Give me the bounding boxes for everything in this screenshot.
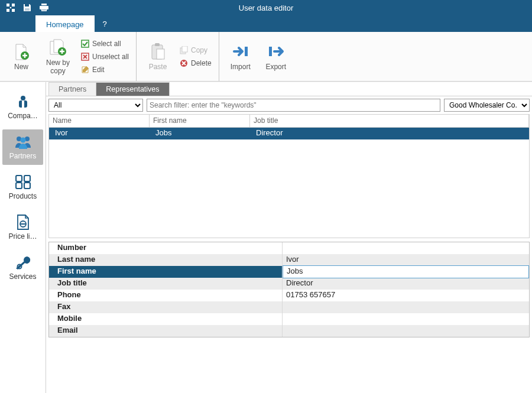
ribbon-tabstrip: Homepage ? [0, 15, 532, 32]
ribbon-group-io: Import Export [219, 32, 297, 81]
new-copy-icon [48, 38, 68, 58]
filter-scope-select[interactable]: All [48, 99, 143, 112]
filter-bar: All Good Wholesaler Co., T… [46, 96, 532, 114]
svg-point-4 [10, 7, 12, 9]
subtab-representatives[interactable]: Representatives [96, 82, 169, 96]
paste-label: Paste [149, 63, 167, 71]
import-label: Import [231, 63, 251, 71]
print-icon[interactable] [39, 3, 48, 12]
property-label: Phone [49, 290, 283, 301]
svg-rect-34 [21, 223, 25, 225]
products-label: Products [9, 192, 37, 200]
property-row[interactable]: Email [49, 325, 529, 337]
new-label: New [14, 63, 28, 71]
products-icon [14, 173, 33, 191]
grid-header: Name First name Job title [49, 115, 529, 128]
partners-icon [14, 133, 33, 151]
delete-button[interactable]: Delete [178, 58, 213, 69]
svg-point-28 [20, 138, 25, 143]
ribbon-copy-list: Copy Delete [178, 45, 213, 69]
price-lists-label: Price li… [8, 232, 37, 241]
property-value[interactable] [283, 325, 529, 337]
app-icon[interactable] [6, 3, 15, 12]
copy-button[interactable]: Copy [178, 45, 213, 56]
property-label: Last name [49, 254, 283, 266]
ribbon-select-list: Select all Unselect all Edit [79, 38, 130, 75]
svg-rect-2 [7, 9, 9, 12]
save-icon[interactable] [22, 3, 32, 12]
property-value[interactable]: 01753 657657 [283, 290, 529, 301]
cell-job-title: Director [250, 128, 529, 139]
sidenav-companies[interactable]: Compa… [2, 89, 43, 125]
col-job-title[interactable]: Job title [250, 115, 529, 127]
export-button[interactable]: Export [261, 35, 291, 79]
sidenav-products[interactable]: Products [2, 170, 43, 205]
sidenav-services[interactable]: Services [2, 250, 43, 285]
cell-name: Ivor [49, 128, 150, 139]
svg-rect-19 [182, 46, 187, 52]
svg-rect-16 [155, 43, 160, 46]
svg-rect-17 [157, 49, 164, 59]
table-row[interactable]: IvorJobsDirector [49, 128, 529, 139]
unselect-all-button[interactable]: Unselect all [79, 51, 130, 62]
copy-icon [179, 46, 189, 55]
import-button[interactable]: Import [225, 35, 256, 79]
services-label: Services [9, 272, 36, 281]
tab-homepage[interactable]: Homepage [35, 15, 95, 32]
property-value[interactable]: Jobs [283, 265, 529, 278]
property-row[interactable]: Mobile [49, 313, 529, 325]
svg-rect-6 [25, 8, 30, 11]
sidenav: Compa… Partners Products Price li… Servi… [0, 82, 46, 393]
svg-rect-3 [12, 9, 15, 12]
property-row[interactable]: First nameJobs [49, 266, 529, 278]
property-row[interactable]: Last nameIvor [49, 254, 529, 266]
col-name[interactable]: Name [49, 115, 150, 127]
partners-label: Partners [9, 152, 36, 160]
edit-button[interactable]: Edit [79, 64, 130, 75]
svg-rect-32 [24, 183, 30, 189]
export-label: Export [265, 63, 286, 71]
property-label: Email [49, 325, 283, 337]
ribbon-group-clipboard: Paste Copy Delete [137, 32, 219, 81]
select-all-button[interactable]: Select all [79, 38, 130, 49]
property-sheet: NumberLast nameIvorFirst nameJobsJob tit… [48, 242, 530, 337]
delete-label: Delete [191, 59, 212, 67]
property-value[interactable] [283, 242, 529, 254]
sidenav-partners[interactable]: Partners [2, 129, 43, 165]
property-label: Job title [49, 278, 283, 290]
svg-rect-0 [7, 4, 9, 7]
property-row[interactable]: Fax [49, 301, 529, 313]
property-value[interactable]: Ivor [283, 254, 529, 266]
sidenav-price-lists[interactable]: Price li… [2, 210, 43, 245]
svg-rect-13 [82, 40, 89, 47]
property-row[interactable]: Number [49, 242, 529, 254]
svg-rect-10 [42, 10, 46, 11]
price-lists-icon [14, 213, 33, 231]
property-label: First name [49, 266, 283, 278]
property-row[interactable]: Job titleDirector [49, 278, 529, 290]
unselect-all-label: Unselect all [92, 53, 129, 61]
property-row[interactable]: Phone01753 657657 [49, 290, 529, 301]
window-title: User data editor [239, 4, 294, 12]
cell-first-name: Jobs [150, 128, 250, 139]
svg-rect-7 [41, 4, 47, 5]
select-all-icon [80, 39, 90, 48]
data-grid[interactable]: Name First name Job title IvorJobsDirect… [48, 114, 530, 238]
company-select[interactable]: Good Wholesaler Co., T… [444, 99, 530, 112]
property-label: Number [49, 242, 283, 254]
col-first-name[interactable]: First name [150, 115, 250, 127]
new-by-copy-button[interactable]: New by copy [41, 35, 74, 79]
new-button[interactable]: New [6, 35, 37, 79]
search-input[interactable] [147, 99, 440, 112]
body: Compa… Partners Products Price li… Servi… [0, 82, 532, 393]
file-tab-placeholder[interactable] [0, 15, 35, 32]
edit-label: Edit [92, 66, 105, 74]
tab-help[interactable]: ? [95, 15, 115, 32]
svg-rect-1 [12, 4, 15, 7]
subtab-partners[interactable]: Partners [48, 82, 96, 96]
property-value[interactable]: Director [283, 278, 529, 290]
property-value[interactable] [283, 301, 529, 313]
edit-icon [80, 65, 90, 74]
property-value[interactable] [283, 313, 529, 325]
paste-button[interactable]: Paste [142, 35, 173, 79]
